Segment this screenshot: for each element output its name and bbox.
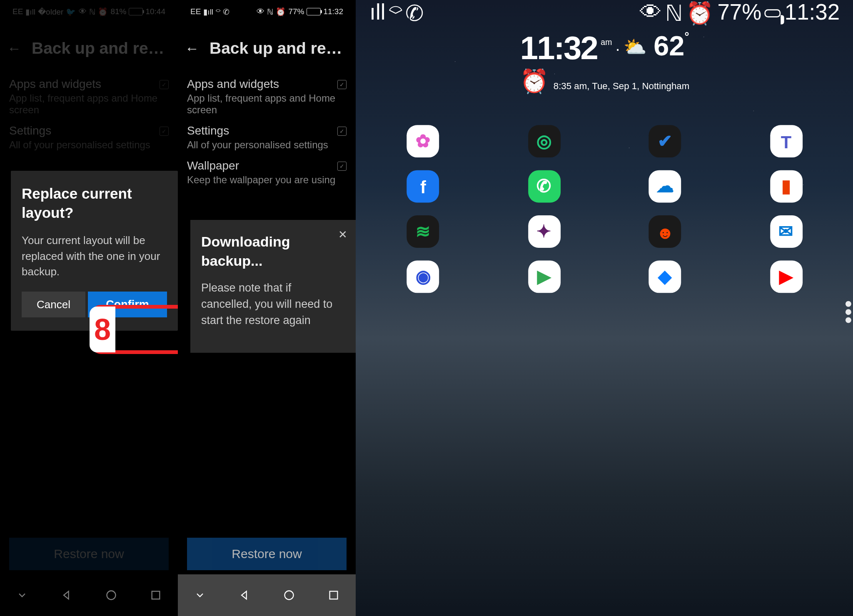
checkbox-icon[interactable]: ✓: [337, 80, 347, 89]
option-wallpaper[interactable]: Wallpaper Keep the wallpaper you are usi…: [178, 155, 356, 190]
nav-home-icon[interactable]: [281, 587, 297, 603]
dialog-body: Your current layout will be replaced wit…: [22, 233, 167, 280]
option-apps-widgets[interactable]: Apps and widgets App list, frequent apps…: [0, 73, 178, 120]
app-onedrive[interactable]: ☁: [649, 170, 681, 203]
option-title: Wallpaper: [187, 159, 337, 172]
status-time: 11:32: [785, 0, 840, 25]
app-whatsapp[interactable]: ✆: [528, 170, 561, 203]
svg-rect-1: [152, 591, 160, 599]
app-grid: ✿◎✔Tf✆☁▮≋✦☻✉◉▶◆▶: [356, 125, 853, 293]
option-sub: App list, frequent apps and Home screen: [187, 92, 337, 116]
nav-recent-icon[interactable]: [326, 587, 342, 603]
svg-rect-3: [329, 591, 337, 599]
dialog-body: Please note that if cancelled, you will …: [201, 280, 345, 329]
app-office[interactable]: ▮: [770, 170, 803, 203]
whatsapp-notif-icon: ✆: [223, 7, 229, 17]
app-outlook[interactable]: ✉: [770, 215, 803, 248]
separator-dot: ·: [616, 40, 620, 58]
app-camera[interactable]: ◎: [528, 125, 561, 157]
back-icon[interactable]: ←: [7, 41, 22, 56]
date-location[interactable]: ⏰8:35 am, Tue, Sep 1, Nottingham: [356, 67, 853, 95]
weather-widget[interactable]: ⛅ 62°: [624, 30, 689, 62]
nav-back-icon[interactable]: [59, 587, 75, 603]
downloading-dialog: ✕ Downloading backup... Please note that…: [190, 220, 356, 353]
option-sub: All of your personalised settings: [187, 139, 337, 151]
whatsapp-notif-icon: ✆: [405, 0, 424, 26]
status-bar: EE ▮ıll ⌔ ✆ 👁 ℕ ⏰ 77% 11:32: [178, 0, 356, 23]
app-facebook[interactable]: f: [407, 170, 439, 203]
page-title: Back up and rest…: [32, 39, 171, 57]
app-slack[interactable]: ✦: [528, 215, 561, 248]
page-title: Back up and rest…: [210, 39, 349, 57]
app-simplenote[interactable]: ◉: [407, 261, 439, 293]
app-youtube[interactable]: ▶: [770, 261, 803, 293]
battery-pct: 77%: [717, 0, 761, 25]
clock-ampm: am: [601, 38, 612, 46]
close-icon[interactable]: ✕: [338, 228, 347, 241]
youtube-icon: ▶: [779, 266, 793, 287]
nav-keyboard-icon[interactable]: [192, 587, 208, 603]
option-title: Apps and widgets: [187, 77, 337, 91]
battery-icon: [765, 9, 781, 17]
camera-icon: ◎: [536, 131, 551, 152]
title-bar: ← Back up and rest…: [178, 23, 356, 73]
alarm-icon: ⏰: [98, 7, 108, 17]
checkbox-icon[interactable]: ✓: [337, 127, 347, 136]
simplenote-icon: ◉: [416, 266, 431, 287]
cancel-button[interactable]: Cancel: [22, 292, 85, 317]
app-todo[interactable]: ✔: [649, 125, 681, 157]
option-sub: All of your personalised settings: [9, 139, 160, 151]
option-settings[interactable]: Settings All of your personalised settin…: [0, 120, 178, 155]
clock-widget[interactable]: 11:32 am · ⛅ 62°: [356, 25, 853, 67]
checkbox-icon[interactable]: ✓: [160, 127, 169, 136]
status-time: 11:32: [323, 7, 343, 16]
back-icon[interactable]: ←: [185, 41, 200, 56]
app-reddit[interactable]: ☻: [649, 215, 681, 248]
nav-back-icon[interactable]: [237, 587, 252, 603]
slack-icon: ✦: [536, 221, 551, 242]
facebook-icon: f: [420, 177, 426, 196]
checkbox-icon[interactable]: ✓: [337, 162, 347, 171]
alarm-icon: ⏰: [276, 7, 286, 17]
nav-keyboard-icon[interactable]: [14, 587, 30, 603]
app-spotify[interactable]: ≋: [407, 215, 439, 248]
dialog-title: Downloading backup...: [201, 232, 345, 271]
app-gallery[interactable]: ✿: [407, 125, 439, 157]
option-settings[interactable]: Settings All of your personalised settin…: [178, 120, 356, 155]
app-teams[interactable]: T: [770, 125, 803, 157]
gallery-icon: ✿: [416, 131, 431, 152]
messenger-icon: ◆: [658, 266, 672, 287]
screen-1: EE ▮ıll �older 🐦 👁 ℕ ⏰ 81% 10:44 ← Back …: [0, 0, 178, 616]
svg-point-0: [107, 591, 115, 600]
wifi-icon: �older: [38, 7, 63, 17]
app-play[interactable]: ▶: [528, 261, 561, 293]
signal-icon: ▮ıll: [25, 7, 35, 17]
svg-point-2: [284, 591, 293, 600]
option-title: Apps and widgets: [9, 77, 160, 91]
option-apps-widgets[interactable]: Apps and widgets App list, frequent apps…: [178, 73, 356, 120]
outlook-icon: ✉: [778, 221, 793, 242]
battery-icon: [129, 8, 143, 15]
nfc-icon: ℕ: [267, 7, 273, 17]
spotify-icon: ≋: [416, 221, 431, 242]
checkbox-icon[interactable]: ✓: [160, 80, 169, 89]
eye-icon: 👁: [79, 7, 87, 16]
restore-button[interactable]: Restore now: [187, 538, 347, 570]
signal-icon: ▮ıll: [203, 7, 213, 17]
alarm-icon: ⏰: [520, 68, 549, 94]
carrier: EE: [190, 7, 201, 16]
battery-pct: 77%: [288, 7, 304, 16]
weather-icon: ⛅: [624, 35, 647, 57]
screen-2: EE ▮ıll ⌔ ✆ 👁 ℕ ⏰ 77% 11:32 ← Back up an…: [178, 0, 356, 616]
app-messenger[interactable]: ◆: [649, 261, 681, 293]
status-bar: EE ▮ıll �older 🐦 👁 ℕ ⏰ 81% 10:44: [0, 0, 178, 23]
alarm-icon: ⏰: [686, 0, 714, 26]
eye-icon: 👁: [257, 7, 264, 16]
battery-pct: 81%: [110, 7, 126, 16]
nav-bar: [178, 574, 356, 616]
restore-button[interactable]: Restore now: [9, 538, 169, 570]
option-title: Settings: [187, 124, 337, 137]
nav-recent-icon[interactable]: [148, 587, 164, 603]
signal-icon: ıll: [369, 0, 385, 25]
nav-home-icon[interactable]: [103, 587, 119, 603]
